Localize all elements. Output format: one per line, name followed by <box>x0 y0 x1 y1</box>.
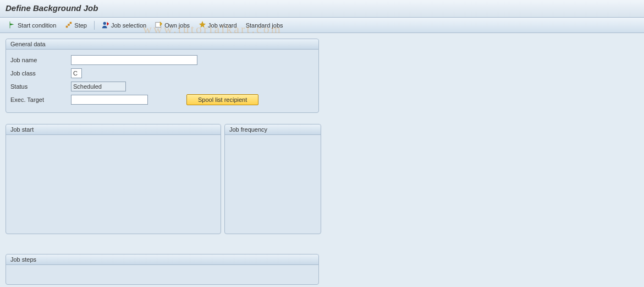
job-steps-group: Job steps <box>5 254 319 285</box>
own-jobs-icon <box>155 21 163 30</box>
own-jobs-button[interactable]: Own jobs <box>151 20 194 31</box>
job-name-input[interactable] <box>71 55 197 65</box>
label-job-name: Job name <box>10 57 71 63</box>
status-field <box>71 82 126 91</box>
separator <box>94 21 95 30</box>
label-job-class: Job class <box>10 70 71 77</box>
svg-point-0 <box>103 21 106 24</box>
group-caption: Job frequency <box>225 124 321 135</box>
row-exec-target: Exec. Target Spool list recipient <box>10 94 314 106</box>
toolbar: Start condition Step Job selection Own j… <box>0 18 644 33</box>
label-exec-target: Exec. Target <box>10 96 71 103</box>
row-status: Status <box>10 80 314 93</box>
spool-list-recipient-button[interactable]: Spool list recipient <box>186 94 258 105</box>
page-title: Define Background Job <box>5 3 639 13</box>
job-frequency-group: Job frequency <box>224 124 321 234</box>
start-condition-button[interactable]: Start condition <box>4 20 60 31</box>
label-status: Status <box>10 83 71 90</box>
tb-label: Standard jobs <box>246 22 283 29</box>
general-data-group: General data Job name Job class Status E… <box>5 39 319 113</box>
tb-label: Start condition <box>18 22 56 29</box>
exec-target-input[interactable] <box>71 95 148 105</box>
person-select-icon <box>102 21 109 30</box>
steps-icon <box>65 21 73 30</box>
tb-label: Job selection <box>111 22 146 29</box>
tb-label: Job wizard <box>208 22 237 29</box>
content-area: General data Job name Job class Status E… <box>0 33 644 287</box>
job-class-input[interactable] <box>71 68 82 78</box>
wizard-icon <box>199 21 206 30</box>
group-caption: Job start <box>6 124 221 135</box>
row-job-class: Job class <box>10 67 314 79</box>
group-caption: General data <box>6 39 318 50</box>
group-body <box>6 265 318 274</box>
job-selection-button[interactable]: Job selection <box>98 20 150 31</box>
flag-icon <box>8 21 16 30</box>
tb-label: Step <box>74 22 87 29</box>
standard-jobs-button[interactable]: Standard jobs <box>242 20 287 31</box>
job-start-group: Job start <box>5 124 221 234</box>
row-job-name: Job name <box>10 54 314 66</box>
title-bar: Define Background Job <box>0 0 644 18</box>
step-button[interactable]: Step <box>61 20 91 31</box>
group-caption: Job steps <box>6 254 318 265</box>
tb-label: Own jobs <box>164 22 190 29</box>
group-body: Job name Job class Status Exec. Target S… <box>6 50 318 112</box>
job-wizard-button[interactable]: Job wizard <box>195 20 241 31</box>
middle-row: Job start Job frequency <box>5 124 639 234</box>
